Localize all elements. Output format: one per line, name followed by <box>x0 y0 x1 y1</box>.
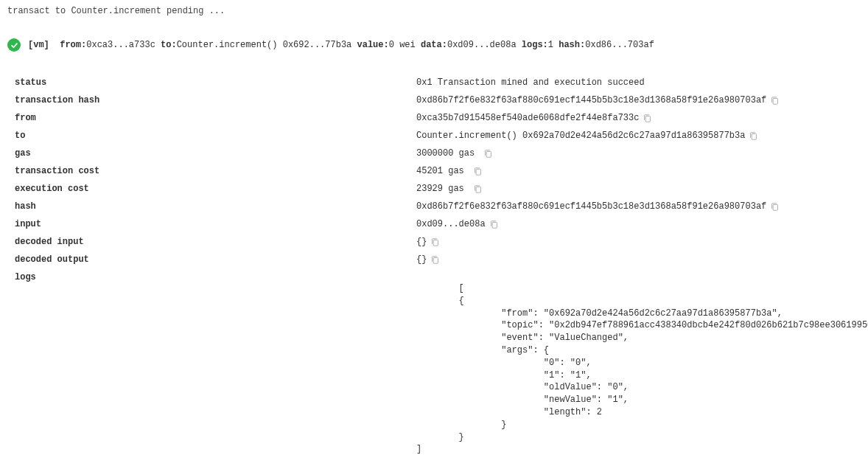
logs-value: [ { "from": "0x692a70d2e424a56d2c6c27aa9… <box>416 272 868 455</box>
dinput-value: {} <box>416 237 439 247</box>
gas-value: 3000000 gas <box>416 148 492 159</box>
to-short: Counter.increment() 0x692...77b3a <box>177 40 352 50</box>
txhash-row: transaction hash 0xd86b7f2f6e832f63af880… <box>15 95 861 105</box>
dinput-row: decoded input {} <box>15 237 861 247</box>
execcost-label: execution cost <box>15 184 416 194</box>
hash-short: 0xd86...703af <box>585 40 654 50</box>
from-label-d: from <box>15 113 416 123</box>
logs-label-d: logs <box>15 272 416 282</box>
to-label-d: to <box>15 131 416 141</box>
status-value: 0x1 Transaction mined and execution succ… <box>416 77 645 88</box>
input-row: input 0xd09...de08a <box>15 219 861 229</box>
svg-rect-2 <box>752 133 757 139</box>
txcost-value: 45201 gas <box>416 166 482 176</box>
svg-rect-8 <box>434 240 438 246</box>
copy-icon[interactable] <box>431 237 439 247</box>
success-check-icon <box>7 38 21 52</box>
svg-rect-7 <box>492 222 497 228</box>
copy-icon[interactable] <box>771 202 779 212</box>
doutput-row: decoded output {} <box>15 254 861 265</box>
svg-rect-4 <box>476 169 480 175</box>
copy-icon[interactable] <box>474 167 482 176</box>
hash-label-d: hash <box>15 201 416 212</box>
transaction-details: status 0x1 Transaction mined and executi… <box>7 77 861 455</box>
summary-text: [vm] from:0xca3...a733c to:Counter.incre… <box>28 40 654 50</box>
data-label: data: <box>421 40 447 50</box>
to-value: Counter.increment() 0x692a70d2e424a56d2c… <box>416 131 757 141</box>
copy-icon[interactable] <box>643 114 651 123</box>
from-value: 0xca35b7d915458ef540ade6068dfe2f44e8fa73… <box>416 113 651 123</box>
txhash-value: 0xd86b7f2f6e832f63af880c691ecf1445b5b3c1… <box>416 95 779 105</box>
copy-icon[interactable] <box>749 131 757 141</box>
to-label: to: <box>161 40 177 50</box>
svg-rect-0 <box>773 98 777 104</box>
input-value: 0xd09...de08a <box>416 219 498 229</box>
txhash-label: transaction hash <box>15 95 416 105</box>
svg-rect-6 <box>773 204 777 210</box>
doutput-value: {} <box>416 254 439 265</box>
svg-rect-9 <box>434 257 438 263</box>
svg-rect-1 <box>646 116 651 122</box>
svg-rect-3 <box>487 151 491 157</box>
logs-label: logs: <box>522 40 548 50</box>
value-short: 0 wei <box>389 40 416 50</box>
hash-row: hash 0xd86b7f2f6e832f63af880c691ecf1445b… <box>15 201 861 212</box>
txcost-label: transaction cost <box>15 166 416 176</box>
from-label: from: <box>60 40 86 50</box>
pending-status: transact to Counter.increment pending ..… <box>7 6 861 16</box>
hash-label: hash: <box>559 40 585 50</box>
execcost-value: 23929 gas <box>416 184 482 194</box>
gas-row: gas 3000000 gas <box>15 148 861 159</box>
transaction-summary: [vm] from:0xca3...a733c to:Counter.incre… <box>7 38 861 52</box>
execcost-row: execution cost 23929 gas <box>15 184 861 194</box>
from-short: 0xca3...a733c <box>86 40 155 50</box>
logs-row: logs [ { "from": "0x692a70d2e424a56d2c6c… <box>15 272 861 455</box>
vm-tag: [vm] <box>28 40 49 50</box>
hash-value: 0xd86b7f2f6e832f63af880c691ecf1445b5b3c1… <box>416 201 779 212</box>
data-short: 0xd09...de08a <box>447 40 517 50</box>
status-row: status 0x1 Transaction mined and executi… <box>15 77 861 88</box>
copy-icon[interactable] <box>490 220 498 229</box>
doutput-label: decoded output <box>15 254 416 265</box>
svg-rect-5 <box>476 187 480 192</box>
to-row: to Counter.increment() 0x692a70d2e424a56… <box>15 131 861 141</box>
copy-icon[interactable] <box>474 184 482 194</box>
input-label: input <box>15 219 416 229</box>
copy-icon[interactable] <box>431 255 439 265</box>
gas-label: gas <box>15 148 416 159</box>
dinput-label: decoded input <box>15 237 416 247</box>
copy-icon[interactable] <box>771 96 779 105</box>
value-label: value: <box>357 40 389 50</box>
copy-icon[interactable] <box>484 149 492 159</box>
from-row: from 0xca35b7d915458ef540ade6068dfe2f44e… <box>15 113 861 123</box>
status-label: status <box>15 77 416 88</box>
txcost-row: transaction cost 45201 gas <box>15 166 861 176</box>
logs-count: 1 <box>548 40 553 50</box>
